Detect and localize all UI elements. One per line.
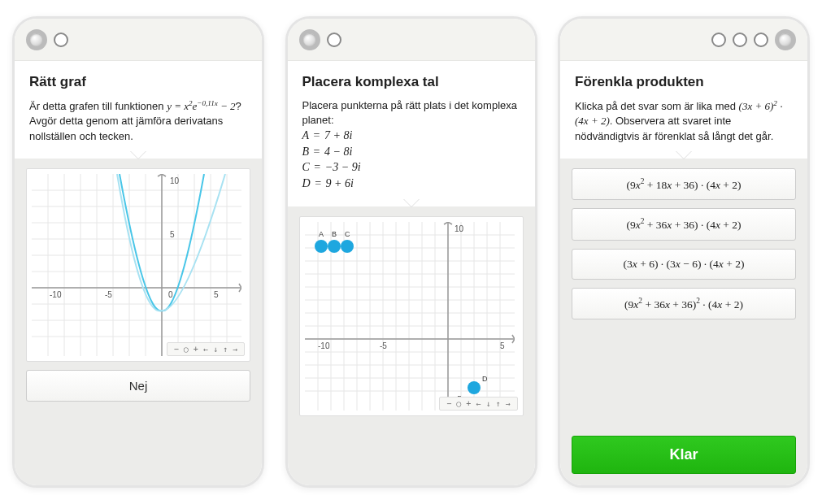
phone-header bbox=[15, 19, 262, 61]
question-body: Klicka på det svar som är lika med (3x +… bbox=[575, 98, 793, 144]
svg-text:5: 5 bbox=[170, 230, 175, 239]
card-pointer-icon bbox=[130, 150, 146, 159]
phone-header bbox=[560, 19, 807, 61]
card-pointer-icon bbox=[403, 198, 420, 206]
question-body: Placera punkterna på rätt plats i det ko… bbox=[302, 98, 520, 128]
graph-zoom-controls[interactable]: − ○ + ← ↓ ↑ → bbox=[439, 397, 517, 411]
answer-option-4[interactable]: (9x2 + 36x + 36)2 · (4x + 2) bbox=[572, 288, 796, 320]
svg-text:10: 10 bbox=[454, 224, 464, 233]
complex-D: D = 9 + 6i bbox=[302, 176, 520, 192]
indicator-dot bbox=[54, 33, 68, 47]
svg-text:B: B bbox=[332, 230, 337, 238]
phone-1: Rätt graf Är detta grafen till funktione… bbox=[12, 16, 264, 488]
answer-area: 10 5 0 -10 -5 5 − ○ + ← ↓ ↑ → Nej bbox=[15, 159, 262, 485]
draggable-point-A[interactable] bbox=[315, 240, 328, 253]
phone-2: Placera komplexa tal Placera punkterna p… bbox=[285, 16, 537, 488]
question-body: Är detta grafen till funktionen y = x2e−… bbox=[29, 98, 247, 144]
question-card: Rätt graf Är detta grafen till funktione… bbox=[15, 61, 262, 150]
svg-text:-10: -10 bbox=[50, 290, 62, 299]
camera-icon bbox=[775, 29, 796, 50]
svg-text:D: D bbox=[482, 375, 488, 383]
question-title: Rätt graf bbox=[29, 72, 247, 92]
draggable-point-B[interactable] bbox=[328, 240, 341, 253]
indicator-dot bbox=[327, 33, 341, 47]
svg-text:-5: -5 bbox=[105, 290, 112, 299]
indicator-dot bbox=[733, 33, 747, 47]
question-title: Förenkla produkten bbox=[575, 72, 793, 92]
answer-option-1[interactable]: (9x2 + 18x + 36) · (4x + 2) bbox=[572, 168, 796, 201]
answer-option-3[interactable]: (3x + 6) · (3x − 6) · (4x + 2) bbox=[572, 249, 796, 280]
graph-svg: 10 5 0 -10 -5 5 bbox=[32, 174, 241, 356]
svg-text:10: 10 bbox=[170, 176, 180, 185]
phone-header bbox=[288, 19, 535, 61]
graph-zoom-controls[interactable]: − ○ + ← ↓ ↑ → bbox=[167, 342, 245, 356]
svg-text:-5: -5 bbox=[380, 341, 387, 350]
draggable-point-D[interactable] bbox=[468, 381, 481, 394]
question-card: Placera komplexa tal Placera punkterna p… bbox=[288, 61, 535, 198]
draggable-point-C[interactable] bbox=[341, 240, 354, 253]
complex-B: B = 4 − 8i bbox=[302, 144, 520, 160]
svg-text:5: 5 bbox=[500, 341, 505, 350]
formula: y = x2e−0,11x − 2 bbox=[167, 100, 235, 112]
phone-3: Förenkla produkten Klicka på det svar so… bbox=[558, 16, 810, 488]
complex-plane-panel[interactable]: 10 -10 -5 5 -5 A B C D − ○ + ← ↓ ↑ → bbox=[299, 216, 524, 416]
complex-C: C = −3 − 9i bbox=[302, 159, 520, 176]
svg-text:A: A bbox=[319, 230, 324, 238]
complex-plane-svg: 10 -10 -5 5 -5 A B C D bbox=[305, 222, 515, 411]
svg-text:C: C bbox=[345, 230, 350, 238]
question-card: Förenkla produkten Klicka på det svar so… bbox=[560, 61, 807, 150]
answer-button-no[interactable]: Nej bbox=[26, 370, 250, 402]
indicator-dot bbox=[711, 33, 726, 47]
card-pointer-icon bbox=[676, 150, 692, 159]
answer-option-2[interactable]: (9x2 + 36x + 36) · (4x + 2) bbox=[572, 208, 796, 241]
svg-text:5: 5 bbox=[214, 290, 219, 299]
answer-area: (9x2 + 18x + 36) · (4x + 2) (9x2 + 36x +… bbox=[560, 159, 807, 485]
svg-text:0: 0 bbox=[168, 290, 173, 299]
question-title: Placera komplexa tal bbox=[302, 72, 520, 92]
submit-button[interactable]: Klar bbox=[572, 436, 796, 474]
indicator-dot bbox=[754, 33, 768, 47]
svg-text:-10: -10 bbox=[318, 341, 330, 350]
camera-icon bbox=[299, 29, 320, 50]
answer-area: 10 -10 -5 5 -5 A B C D − ○ + ← ↓ ↑ → bbox=[288, 206, 535, 485]
complex-A: A = 7 + 8i bbox=[302, 128, 520, 144]
camera-icon bbox=[26, 29, 47, 50]
graph-panel[interactable]: 10 5 0 -10 -5 5 − ○ + ← ↓ ↑ → bbox=[26, 168, 250, 362]
